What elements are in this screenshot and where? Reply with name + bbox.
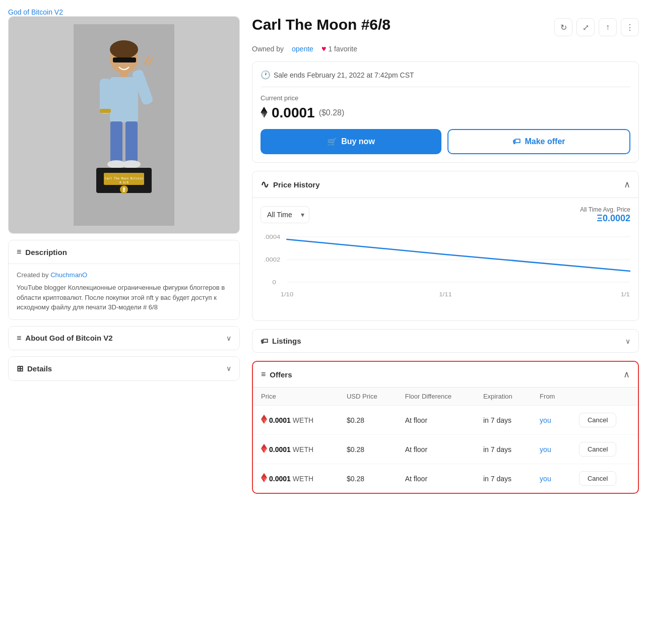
owner-link[interactable]: opente [292,45,313,53]
sale-timer-text: Sale ends February 21, 2022 at 7:42pm CS… [274,71,414,79]
refresh-button[interactable]: ↻ [554,18,572,36]
price-history-collapse-icon: ∧ [624,179,630,190]
price-history-body: All Time All Time Avg. Price Ξ0.0002 [252,198,638,320]
nft-title: Carl The Moon #6/8 [252,16,391,33]
price-usd: ($0.28) [319,108,345,117]
offer-action-1: Cancel [571,406,638,435]
about-header[interactable]: ≡ About God of Bitcoin V2 ∨ [9,327,239,350]
col-price: Price [253,388,339,406]
sale-card: 🕐 Sale ends February 21, 2022 at 7:42pm … [252,61,639,163]
about-title: About God of Bitcoin V2 [25,334,112,342]
listings-card: 🏷 Listings ∨ [252,329,639,353]
offer-floor-3: At floor [397,464,475,493]
price-history-header[interactable]: ∿ Price History ∧ [252,171,638,198]
time-select-wrapper[interactable]: All Time [261,206,309,223]
details-grid-icon [17,364,23,373]
offers-lines-icon: ≡ [261,370,266,379]
make-offer-button[interactable]: 🏷 Make offer [447,129,630,154]
col-from: From [532,388,571,406]
offer-floor-2: At floor [397,435,475,464]
from-you-3: you [540,475,551,483]
nft-image: Carl The Moon Bitcoin # 6/8 ₿ [9,17,239,233]
buy-now-button[interactable]: 🛒 Buy now [261,129,441,154]
cancel-button-2[interactable]: Cancel [579,442,616,457]
offers-title: Offers [270,370,292,379]
external-link-button[interactable]: ⤢ [576,18,595,36]
more-button[interactable]: ⋮ [621,18,639,36]
svg-text:.0004: .0004 [264,234,281,240]
col-usd-price: USD Price [339,388,397,406]
svg-text:Carl The Moon Bitcoin: Carl The Moon Bitcoin [105,176,143,180]
cancel-button-3[interactable]: Cancel [579,471,616,486]
svg-rect-10 [110,121,122,162]
svg-text:0: 0 [273,280,277,285]
price-history-card: ∿ Price History ∧ All Time All Time Avg [252,171,639,321]
avg-price-value: Ξ0.0002 [580,213,630,224]
svg-rect-6 [100,79,111,114]
svg-text:1/11: 1/11 [439,292,451,297]
offer-action-3: Cancel [571,464,638,493]
svg-point-13 [122,160,141,168]
time-select[interactable]: All Time [261,206,309,223]
shopping-cart-icon: 🛒 [327,137,337,147]
share-button[interactable]: ↑ [599,18,617,36]
nft-image-card: ♥ 1 [8,16,240,234]
price-chart-svg: .0004 .0002 0 1/10 1/11 1/12 [261,232,630,297]
avg-price-info: All Time Avg. Price Ξ0.0002 [580,206,630,224]
offer-usd-3: $0.28 [339,464,397,493]
offer-action-2: Cancel [571,435,638,464]
price-value: 0.0001 [272,105,315,121]
nft-figure-svg: Carl The Moon Bitcoin # 6/8 ₿ [74,24,174,226]
about-header-left: ≡ About God of Bitcoin V2 [17,334,113,343]
weth-price-1: 0.0001 WETH [261,415,331,425]
offer-price-3: 0.0001 WETH [253,464,339,493]
about-lines-icon: ≡ [17,334,21,343]
description-title: Description [25,248,67,256]
clock-icon: 🕐 [261,70,271,80]
from-you-1: you [540,416,551,424]
svg-rect-3 [113,57,136,62]
owned-by-label: Owned by [252,45,284,53]
description-section: Description Created by ChuchmanO YouTube… [8,240,240,320]
favorites: ♥ 1 favorite [321,44,357,53]
creator-link[interactable]: ChuchmanO [50,271,87,279]
offer-price-1: 0.0001 WETH [253,406,339,435]
weth-icon-3 [261,473,267,484]
listings-chevron-icon: ∨ [625,337,630,345]
offer-from-2: you [532,435,571,464]
weth-label-3: WETH [293,475,313,483]
weth-label-2: WETH [293,445,313,454]
svg-text:1/12: 1/12 [621,292,630,297]
details-chevron-icon: ∨ [226,364,231,372]
details-title: Details [27,364,52,373]
svg-text:₿: ₿ [122,187,125,192]
offers-table-header-row: Price USD Price Floor Difference Expirat… [253,388,638,406]
svg-text:# 6/8: # 6/8 [119,180,128,184]
description-header[interactable]: Description [9,240,239,264]
chart-icon: ∿ [261,178,269,190]
offer-expiration-2: in 7 days [475,435,532,464]
offers-header[interactable]: ≡ Offers ∧ [253,362,638,388]
price-row: 0.0001 ($0.28) [261,105,630,121]
breadcrumb-text[interactable]: God of Bitcoin V2 [8,8,63,16]
offer-from-3: you [532,464,571,493]
breadcrumb[interactable]: God of Bitcoin V2 [8,8,639,16]
offer-usd-1: $0.28 [339,406,397,435]
make-offer-label: Make offer [525,137,565,146]
listings-title: Listings [272,337,301,345]
chart-area: .0004 .0002 0 1/10 1/11 1/12 [261,232,630,312]
weth-price-3: 0.0001 WETH [261,473,331,484]
details-header[interactable]: Details ∨ [9,357,239,380]
listings-header[interactable]: 🏷 Listings ∨ [252,330,638,352]
cancel-button-1[interactable]: Cancel [579,413,616,427]
offer-expiration-3: in 7 days [475,464,532,493]
from-you-2: you [540,445,551,454]
weth-amount-3: 0.0001 [269,475,291,483]
weth-icon-1 [261,415,267,425]
description-body: Created by ChuchmanO YouTube blogger Кол… [9,264,239,319]
weth-amount-2: 0.0001 [269,445,291,454]
buy-now-label: Buy now [341,137,375,146]
current-price-label: Current price [261,94,630,102]
svg-text:1/10: 1/10 [281,292,294,297]
svg-point-2 [110,40,138,58]
